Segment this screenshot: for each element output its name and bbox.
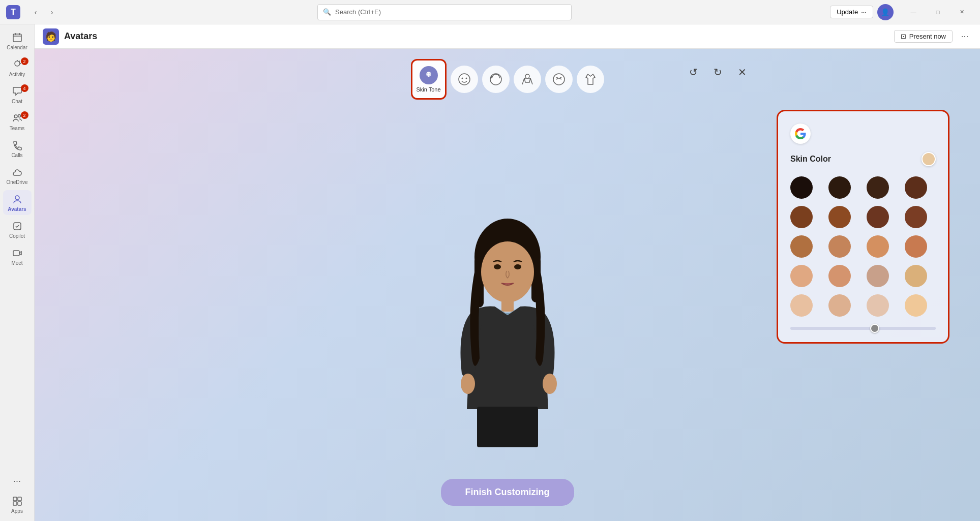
sidebar-item-label: Copilot — [9, 233, 25, 239]
color-swatch[interactable] — [790, 294, 813, 317]
finish-customizing-button[interactable]: Finish Customizing — [441, 479, 574, 506]
toolbar-clothing[interactable] — [577, 66, 604, 93]
window-controls: — □ ✕ — [902, 4, 974, 20]
toolbar-skin-tone[interactable]: Skin Tone — [411, 59, 447, 100]
sidebar: Calendar 2 Activity 4 Chat — [0, 24, 35, 521]
user-avatar[interactable]: 👤 — [877, 4, 894, 20]
present-now-label: Present now — [909, 33, 946, 40]
selected-color-swatch[interactable] — [922, 152, 936, 166]
svg-rect-0 — [13, 34, 21, 42]
svg-point-28 — [461, 374, 475, 394]
sidebar-item-copilot[interactable]: Copilot — [3, 217, 32, 242]
svg-rect-10 — [13, 497, 17, 501]
skin-color-title: Skin Color — [790, 155, 831, 164]
sidebar-item-calls[interactable]: Calls — [3, 136, 32, 161]
titlebar: T ‹ › 🔍 Search (Ctrl+E) Update ··· 👤 — □… — [0, 0, 980, 24]
close-editor-button[interactable]: ✕ — [733, 63, 751, 81]
panel-header: Skin Color — [790, 152, 936, 166]
copilot-icon — [11, 220, 23, 232]
color-swatch[interactable] — [905, 176, 927, 199]
sidebar-item-label: Avatars — [8, 206, 26, 212]
sidebar-item-label: Calendar — [7, 45, 27, 50]
search-box[interactable]: 🔍 Search (Ctrl+E) — [317, 4, 572, 20]
apps-icon — [11, 495, 23, 507]
svg-point-6 — [18, 115, 20, 117]
svg-point-7 — [15, 196, 19, 200]
teams-badge: 2 — [21, 111, 28, 119]
avatar-figure — [426, 216, 589, 480]
sidebar-item-label: OneDrive — [6, 179, 27, 185]
color-swatch[interactable] — [867, 206, 889, 228]
sidebar-item-more[interactable]: ··· — [3, 472, 32, 490]
color-swatch[interactable] — [828, 176, 851, 199]
sidebar-item-label: Apps — [11, 508, 23, 514]
toolbar-right: ↺ ↻ ✕ — [684, 63, 751, 81]
svg-point-5 — [14, 115, 17, 118]
sidebar-item-chat[interactable]: 4 Chat — [3, 82, 32, 107]
nav-buttons: ‹ › — [28, 5, 59, 19]
calendar-icon — [11, 32, 23, 44]
color-swatch[interactable] — [905, 235, 927, 258]
color-swatch[interactable] — [867, 176, 889, 199]
more-options-button[interactable]: ··· — [958, 29, 972, 44]
svg-point-16 — [461, 78, 463, 79]
maximize-button[interactable]: □ — [926, 4, 949, 20]
skin-tone-icon — [420, 66, 438, 84]
sidebar-item-activity[interactable]: 2 Activity — [3, 55, 32, 80]
color-swatch[interactable] — [828, 265, 851, 287]
sidebar-item-label: Meet — [11, 260, 22, 266]
avatar-workspace: Skin Tone — [35, 49, 980, 521]
toolbar-features[interactable] — [545, 66, 573, 93]
redo-button[interactable]: ↻ — [708, 63, 727, 81]
color-swatch[interactable] — [867, 265, 889, 287]
svg-point-17 — [465, 78, 467, 79]
nav-forward[interactable]: › — [45, 5, 59, 19]
color-swatch[interactable] — [867, 235, 889, 258]
color-swatch[interactable] — [790, 206, 813, 228]
svg-point-29 — [543, 374, 557, 394]
color-swatch[interactable] — [790, 235, 813, 258]
update-dots: ··· — [861, 8, 867, 16]
close-button[interactable]: ✕ — [951, 4, 974, 20]
google-icon — [790, 124, 811, 144]
page-header: 🧑 Avatars ⊡ Present now ··· — [35, 24, 980, 49]
sidebar-item-teams[interactable]: 2 Teams — [3, 109, 32, 134]
toolbar-hair[interactable] — [482, 66, 510, 93]
color-swatch[interactable] — [828, 235, 851, 258]
undo-button[interactable]: ↺ — [684, 63, 702, 81]
color-swatch[interactable] — [828, 294, 851, 317]
color-swatch[interactable] — [905, 265, 927, 287]
search-icon: 🔍 — [323, 8, 331, 16]
toolbar-body[interactable] — [514, 66, 541, 93]
color-swatch[interactable] — [905, 294, 927, 317]
slider-thumb[interactable] — [870, 324, 879, 333]
sidebar-item-avatars[interactable]: Avatars — [3, 190, 32, 215]
more-icon: ··· — [11, 475, 23, 487]
onedrive-icon — [11, 166, 23, 178]
sidebar-item-onedrive[interactable]: OneDrive — [3, 163, 32, 188]
present-icon: ⊡ — [901, 33, 906, 40]
main-layout: Calendar 2 Activity 4 Chat — [0, 24, 980, 521]
brightness-slider[interactable] — [790, 327, 936, 330]
present-now-button[interactable]: ⊡ Present now — [894, 30, 953, 43]
color-swatch[interactable] — [790, 176, 813, 199]
toolbar-face[interactable] — [451, 66, 478, 93]
svg-point-19 — [525, 74, 529, 78]
skin-color-panel: Skin Color — [777, 110, 949, 344]
brightness-slider-row — [790, 327, 936, 330]
page-title: Avatars — [64, 31, 97, 42]
color-swatch[interactable] — [828, 206, 851, 228]
color-swatch[interactable] — [867, 294, 889, 317]
nav-back[interactable]: ‹ — [28, 5, 43, 19]
color-swatch[interactable] — [905, 206, 927, 228]
chat-badge: 4 — [21, 84, 28, 92]
color-swatch[interactable] — [790, 265, 813, 287]
svg-point-25 — [494, 264, 501, 269]
update-button[interactable]: Update ··· — [830, 6, 873, 18]
minimize-button[interactable]: — — [902, 4, 925, 20]
sidebar-item-calendar[interactable]: Calendar — [3, 28, 32, 53]
avatar-toolbar: Skin Tone — [411, 59, 604, 100]
sidebar-item-meet[interactable]: Meet — [3, 244, 32, 269]
sidebar-item-apps[interactable]: Apps — [3, 492, 32, 517]
svg-point-4 — [15, 61, 20, 66]
